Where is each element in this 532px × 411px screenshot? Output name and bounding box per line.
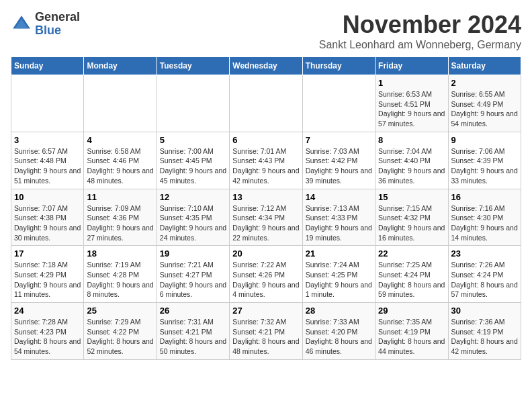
day-info: Sunrise: 7:00 AMSunset: 4:45 PMDaylight:… <box>160 146 226 186</box>
table-row: 19Sunrise: 7:21 AMSunset: 4:27 PMDayligh… <box>157 246 229 303</box>
day-info: Sunrise: 7:22 AMSunset: 4:26 PMDaylight:… <box>232 260 299 300</box>
calendar-week-1: 1Sunrise: 6:53 AMSunset: 4:51 PMDaylight… <box>11 75 521 132</box>
day-info: Sunrise: 7:03 AMSunset: 4:42 PMDaylight:… <box>306 146 372 186</box>
day-info: Sunrise: 6:58 AMSunset: 4:46 PMDaylight:… <box>87 146 153 186</box>
table-row: 27Sunrise: 7:32 AMSunset: 4:21 PMDayligh… <box>230 303 302 360</box>
calendar-week-3: 10Sunrise: 7:07 AMSunset: 4:38 PMDayligh… <box>11 189 521 246</box>
calendar-week-5: 24Sunrise: 7:28 AMSunset: 4:23 PMDayligh… <box>11 303 521 360</box>
table-row: 11Sunrise: 7:09 AMSunset: 4:36 PMDayligh… <box>84 189 157 246</box>
day-number: 16 <box>451 192 518 202</box>
day-number: 23 <box>451 248 518 259</box>
table-row: 30Sunrise: 7:36 AMSunset: 4:19 PMDayligh… <box>448 303 521 360</box>
day-info: Sunrise: 7:32 AMSunset: 4:21 PMDaylight:… <box>232 317 299 357</box>
table-row: 7Sunrise: 7:03 AMSunset: 4:42 PMDaylight… <box>302 132 375 189</box>
table-row: 17Sunrise: 7:18 AMSunset: 4:29 PMDayligh… <box>11 246 84 303</box>
day-number: 5 <box>160 135 226 145</box>
day-number: 26 <box>160 306 226 316</box>
table-row <box>230 75 302 132</box>
table-row: 14Sunrise: 7:13 AMSunset: 4:33 PMDayligh… <box>302 189 375 246</box>
calendar-week-4: 17Sunrise: 7:18 AMSunset: 4:29 PMDayligh… <box>11 246 521 303</box>
day-number: 27 <box>232 306 299 316</box>
day-info: Sunrise: 7:10 AMSunset: 4:35 PMDaylight:… <box>160 203 226 243</box>
table-row: 8Sunrise: 7:04 AMSunset: 4:40 PMDaylight… <box>375 132 448 189</box>
table-row <box>157 75 229 132</box>
day-info: Sunrise: 7:29 AMSunset: 4:22 PMDaylight:… <box>87 317 153 357</box>
day-info: Sunrise: 7:31 AMSunset: 4:21 PMDaylight:… <box>160 317 226 357</box>
day-number: 13 <box>232 192 299 202</box>
table-row: 26Sunrise: 7:31 AMSunset: 4:21 PMDayligh… <box>157 303 229 360</box>
day-number: 9 <box>451 135 518 145</box>
day-number: 20 <box>232 248 299 259</box>
day-info: Sunrise: 7:24 AMSunset: 4:25 PMDaylight:… <box>306 260 372 300</box>
table-row: 24Sunrise: 7:28 AMSunset: 4:23 PMDayligh… <box>11 303 84 360</box>
table-row: 4Sunrise: 6:58 AMSunset: 4:46 PMDaylight… <box>84 132 157 189</box>
day-number: 6 <box>232 135 299 145</box>
table-row <box>11 75 84 132</box>
table-row: 12Sunrise: 7:10 AMSunset: 4:35 PMDayligh… <box>157 189 229 246</box>
day-info: Sunrise: 7:09 AMSunset: 4:36 PMDaylight:… <box>87 203 153 243</box>
calendar-table: Sunday Monday Tuesday Wednesday Thursday… <box>11 56 521 360</box>
table-row <box>84 75 157 132</box>
day-info: Sunrise: 7:25 AMSunset: 4:24 PMDaylight:… <box>378 260 445 300</box>
table-row: 28Sunrise: 7:33 AMSunset: 4:20 PMDayligh… <box>302 303 375 360</box>
table-row: 15Sunrise: 7:15 AMSunset: 4:32 PMDayligh… <box>375 189 448 246</box>
day-number: 18 <box>87 248 153 259</box>
day-number: 3 <box>14 135 81 145</box>
day-number: 17 <box>14 248 81 259</box>
day-info: Sunrise: 7:28 AMSunset: 4:23 PMDaylight:… <box>14 317 81 357</box>
title-block: November 2024 Sankt Leonhard am Wonneber… <box>319 11 521 51</box>
day-number: 21 <box>306 248 372 259</box>
day-info: Sunrise: 7:36 AMSunset: 4:19 PMDaylight:… <box>451 317 518 357</box>
day-info: Sunrise: 7:19 AMSunset: 4:28 PMDaylight:… <box>87 260 153 300</box>
day-info: Sunrise: 6:53 AMSunset: 4:51 PMDaylight:… <box>378 89 445 129</box>
table-row: 10Sunrise: 7:07 AMSunset: 4:38 PMDayligh… <box>11 189 84 246</box>
logo-blue: Blue <box>35 24 61 37</box>
day-info: Sunrise: 7:15 AMSunset: 4:32 PMDaylight:… <box>378 203 445 243</box>
table-row: 3Sunrise: 6:57 AMSunset: 4:48 PMDaylight… <box>11 132 84 189</box>
col-saturday: Saturday <box>448 57 521 75</box>
col-wednesday: Wednesday <box>230 57 302 75</box>
col-monday: Monday <box>84 57 157 75</box>
day-number: 10 <box>14 192 81 202</box>
day-info: Sunrise: 7:04 AMSunset: 4:40 PMDaylight:… <box>378 146 445 186</box>
day-info: Sunrise: 7:18 AMSunset: 4:29 PMDaylight:… <box>14 260 81 300</box>
day-number: 29 <box>378 306 445 316</box>
table-row <box>302 75 375 132</box>
logo: General Blue <box>11 11 80 38</box>
day-info: Sunrise: 6:57 AMSunset: 4:48 PMDaylight:… <box>14 146 81 186</box>
table-row: 16Sunrise: 7:16 AMSunset: 4:30 PMDayligh… <box>448 189 521 246</box>
day-number: 7 <box>306 135 372 145</box>
day-number: 4 <box>87 135 153 145</box>
month-title: November 2024 <box>319 11 521 39</box>
day-info: Sunrise: 7:33 AMSunset: 4:20 PMDaylight:… <box>306 317 372 357</box>
table-row: 13Sunrise: 7:12 AMSunset: 4:34 PMDayligh… <box>230 189 302 246</box>
day-info: Sunrise: 7:13 AMSunset: 4:33 PMDaylight:… <box>306 203 372 243</box>
page-header: General Blue November 2024 Sankt Leonhar… <box>11 11 521 51</box>
day-info: Sunrise: 7:06 AMSunset: 4:39 PMDaylight:… <box>451 146 518 186</box>
table-row: 23Sunrise: 7:26 AMSunset: 4:24 PMDayligh… <box>448 246 521 303</box>
day-info: Sunrise: 7:07 AMSunset: 4:38 PMDaylight:… <box>14 203 81 243</box>
day-number: 24 <box>14 306 81 316</box>
day-number: 15 <box>378 192 445 202</box>
col-friday: Friday <box>375 57 448 75</box>
day-info: Sunrise: 7:21 AMSunset: 4:27 PMDaylight:… <box>160 260 226 300</box>
logo-icon <box>11 13 32 35</box>
day-info: Sunrise: 7:12 AMSunset: 4:34 PMDaylight:… <box>232 203 299 243</box>
col-thursday: Thursday <box>302 57 375 75</box>
day-number: 11 <box>87 192 153 202</box>
day-number: 30 <box>451 306 518 316</box>
day-info: Sunrise: 7:26 AMSunset: 4:24 PMDaylight:… <box>451 260 518 300</box>
table-row: 22Sunrise: 7:25 AMSunset: 4:24 PMDayligh… <box>375 246 448 303</box>
logo-text: General Blue <box>35 11 80 38</box>
table-row: 25Sunrise: 7:29 AMSunset: 4:22 PMDayligh… <box>84 303 157 360</box>
table-row: 21Sunrise: 7:24 AMSunset: 4:25 PMDayligh… <box>302 246 375 303</box>
col-tuesday: Tuesday <box>157 57 229 75</box>
day-number: 14 <box>306 192 372 202</box>
table-row: 6Sunrise: 7:01 AMSunset: 4:43 PMDaylight… <box>230 132 302 189</box>
day-info: Sunrise: 6:55 AMSunset: 4:49 PMDaylight:… <box>451 89 518 129</box>
col-sunday: Sunday <box>11 57 84 75</box>
table-row: 2Sunrise: 6:55 AMSunset: 4:49 PMDaylight… <box>448 75 521 132</box>
day-number: 8 <box>378 135 445 145</box>
day-info: Sunrise: 7:16 AMSunset: 4:30 PMDaylight:… <box>451 203 518 243</box>
table-row: 29Sunrise: 7:35 AMSunset: 4:19 PMDayligh… <box>375 303 448 360</box>
